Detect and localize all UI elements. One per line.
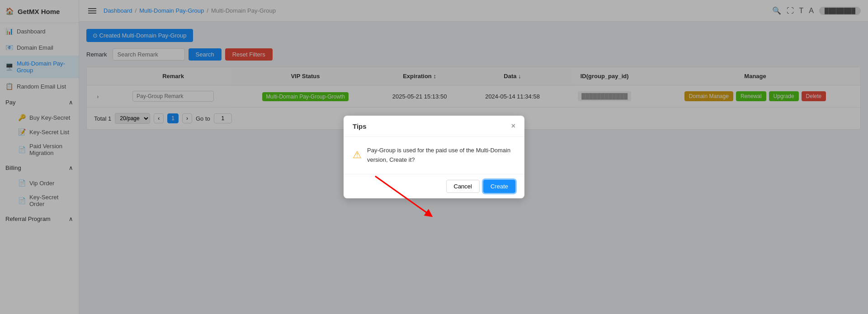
- dialog-body: ⚠ Pay-Group is used for the paid use of …: [344, 137, 524, 174]
- dialog-message: Pay-Group is used for the paid use of th…: [367, 146, 515, 165]
- warning-icon: ⚠: [353, 147, 362, 163]
- cancel-button[interactable]: Cancel: [446, 180, 480, 193]
- dialog-footer: Cancel Create: [344, 174, 524, 198]
- dialog-title: Tips: [353, 122, 367, 130]
- dialog-close-button[interactable]: ×: [511, 122, 515, 130]
- create-button[interactable]: Create: [483, 180, 515, 193]
- tips-dialog: Tips × ⚠ Pay-Group is used for the paid …: [344, 116, 524, 198]
- dialog-overlay: Tips × ⚠ Pay-Group is used for the paid …: [0, 0, 868, 314]
- dialog-header: Tips ×: [344, 116, 524, 137]
